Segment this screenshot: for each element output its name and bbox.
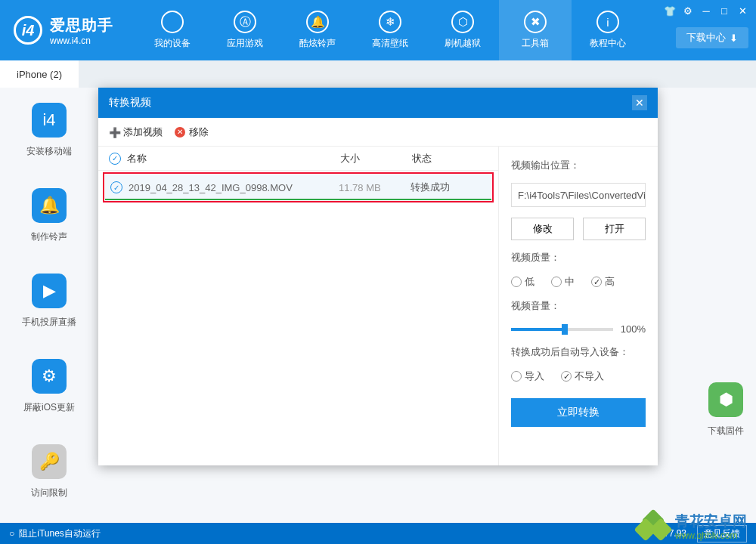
bell-icon: 🔔 — [32, 188, 67, 223]
minimize-icon[interactable]: ─ — [700, 5, 712, 17]
tool-make-ringtone[interactable]: 🔔制作铃声 — [31, 188, 67, 243]
watermark-name: 青花安卓网 — [675, 513, 747, 530]
bell-icon: 🔔 — [306, 11, 329, 33]
dialog-toolbar: ➕添加视频 ✕移除 — [98, 118, 658, 147]
maximize-icon[interactable]: □ — [718, 5, 730, 17]
tool-screen-mirror[interactable]: ▶手机投屏直播 — [22, 274, 76, 329]
quality-mid[interactable]: 中 — [551, 275, 575, 289]
import-label: 转换成功后自动导入设备： — [511, 345, 646, 359]
main-nav: 我的设备 Ⓐ应用游戏 🔔酷炫铃声 ❄高清壁纸 ⬡刷机越狱 ✖工具箱 i教程中心 — [136, 0, 644, 60]
add-icon: ➕ — [109, 127, 119, 138]
app-name: 爱思助手 — [50, 15, 113, 36]
apple-icon — [161, 11, 184, 33]
file-list-panel: 名称 大小 状态 2019_04_28_13_42_IMG_0998.MOV 1… — [98, 147, 499, 465]
quality-label: 视频质量： — [511, 251, 646, 264]
tool-grid: i4安装移动端 🔔制作铃声 ▶手机投屏直播 ⚙屏蔽iOS更新 🔑访问限制 — [0, 103, 98, 499]
file-status: 转换成功 — [411, 181, 486, 194]
nav-toolbox[interactable]: ✖工具箱 — [499, 0, 572, 60]
output-path-field[interactable]: F:\i4Tools7\Files\ConvertedVid — [511, 183, 646, 207]
column-status: 状态 — [412, 152, 488, 165]
watermark-icon — [637, 511, 671, 544]
volume-slider[interactable] — [511, 328, 613, 331]
logo: i4 爱思助手 www.i4.cn — [0, 15, 127, 46]
nav-ringtones[interactable]: 🔔酷炫铃声 — [281, 0, 354, 60]
watermark: 青花安卓网 www.qhhlv.com — [637, 511, 747, 544]
nav-wallpapers[interactable]: ❄高清壁纸 — [354, 0, 426, 60]
gear-icon: ⚙ — [32, 359, 67, 394]
apps-icon: Ⓐ — [234, 11, 256, 33]
quality-low[interactable]: 低 — [511, 275, 534, 289]
tool-install-mobile[interactable]: i4安装移动端 — [26, 103, 72, 158]
table-header: 名称 大小 状态 — [98, 147, 498, 171]
nav-my-device[interactable]: 我的设备 — [136, 0, 209, 60]
modify-button[interactable]: 修改 — [511, 218, 574, 240]
import-no[interactable]: 不导入 — [561, 369, 604, 383]
select-all-checkbox[interactable] — [109, 152, 127, 165]
cube-icon: ⬢ — [708, 382, 743, 417]
import-radio-group: 导入 不导入 — [511, 369, 646, 383]
column-name: 名称 — [127, 152, 340, 165]
nav-jailbreak[interactable]: ⬡刷机越狱 — [426, 0, 499, 60]
tool-access-restriction[interactable]: 🔑访问限制 — [31, 444, 67, 499]
add-video-button[interactable]: ➕添加视频 — [109, 125, 163, 139]
quality-high[interactable]: 高 — [591, 275, 615, 289]
dialog-title: 转换视频 — [109, 96, 151, 110]
window-controls: 👕 ⚙ ─ □ ✕ — [664, 5, 748, 17]
import-yes[interactable]: 导入 — [511, 369, 544, 383]
convert-now-button[interactable]: 立即转换 — [511, 398, 646, 427]
convert-video-dialog: 转换视频 ✕ ➕添加视频 ✕移除 名称 大小 状态 2019_04_28_13_… — [98, 88, 658, 465]
remove-icon: ✕ — [175, 127, 185, 138]
remove-video-button[interactable]: ✕移除 — [175, 125, 209, 139]
dialog-header: 转换视频 ✕ — [98, 88, 658, 118]
radio-off-icon: ○ — [9, 528, 14, 539]
column-size: 大小 — [340, 152, 412, 165]
highlight-box: 2019_04_28_13_42_IMG_0998.MOV 11.78 MB 转… — [103, 172, 494, 202]
app-url: www.i4.cn — [50, 36, 113, 46]
progress-bar — [105, 199, 491, 200]
box-icon: ⬡ — [451, 11, 474, 33]
logo-icon: i4 — [14, 16, 42, 45]
app-header: i4 爱思助手 www.i4.cn 我的设备 Ⓐ应用游戏 🔔酷炫铃声 ❄高清壁纸… — [0, 0, 756, 60]
itunes-block-toggle[interactable]: ○ 阻止iTunes自动运行 — [9, 527, 101, 540]
info-icon: i — [596, 11, 619, 33]
dialog-close-button[interactable]: ✕ — [632, 95, 647, 110]
nav-apps-games[interactable]: Ⓐ应用游戏 — [209, 0, 281, 60]
snowflake-icon: ❄ — [379, 11, 401, 33]
quality-radio-group: 低 中 高 — [511, 275, 646, 289]
nav-tutorials[interactable]: i教程中心 — [572, 0, 644, 60]
output-path-label: 视频输出位置： — [511, 159, 646, 172]
key-icon: 🔑 — [32, 444, 67, 479]
shirt-icon[interactable]: 👕 — [664, 5, 676, 17]
table-row[interactable]: 2019_04_28_13_42_IMG_0998.MOV 11.78 MB 转… — [105, 175, 491, 200]
file-size: 11.78 MB — [339, 182, 411, 193]
row-checkbox[interactable] — [110, 181, 129, 194]
tab-iphone[interactable]: iPhone (2) — [0, 60, 79, 88]
play-icon: ▶ — [32, 274, 67, 308]
volume-value: 100% — [621, 323, 646, 335]
main-content: i4安装移动端 🔔制作铃声 ▶手机投屏直播 ⚙屏蔽iOS更新 🔑访问限制 转换视… — [0, 88, 756, 523]
download-center-button[interactable]: 下载中心⬇ — [676, 27, 748, 48]
download-icon: ⬇ — [730, 32, 738, 44]
i4-icon: i4 — [32, 103, 67, 138]
open-button[interactable]: 打开 — [583, 218, 646, 240]
settings-panel: 视频输出位置： F:\i4Tools7\Files\ConvertedVid 修… — [499, 147, 658, 465]
gear-icon[interactable]: ⚙ — [682, 5, 694, 17]
tools-icon: ✖ — [524, 11, 547, 33]
close-icon[interactable]: ✕ — [736, 5, 748, 17]
watermark-url: www.qhhlv.com — [675, 530, 747, 541]
volume-label: 视频音量： — [511, 299, 646, 313]
tool-download-firmware[interactable]: ⬢ 下载固件 — [708, 382, 744, 437]
file-name: 2019_04_28_13_42_IMG_0998.MOV — [129, 182, 339, 193]
tool-block-ios-update[interactable]: ⚙屏蔽iOS更新 — [23, 359, 75, 414]
device-tabs: iPhone (2) — [0, 60, 756, 88]
